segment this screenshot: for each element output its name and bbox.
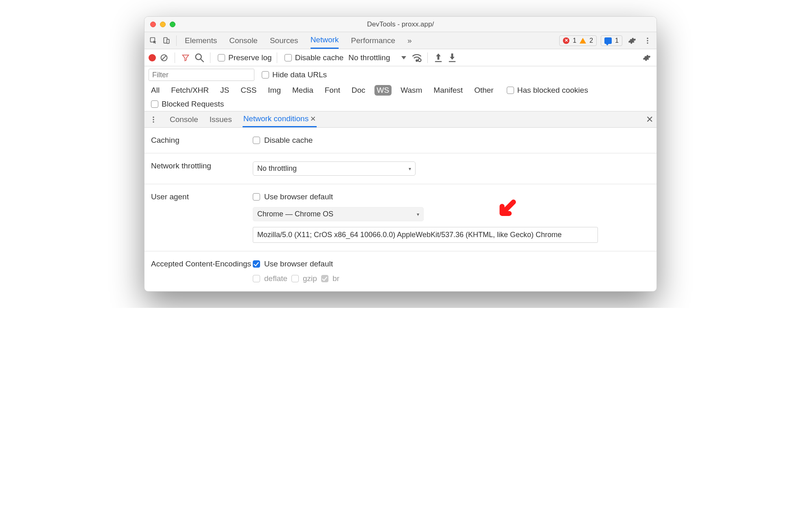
type-wasm[interactable]: Wasm	[398, 85, 425, 96]
settings-icon[interactable]	[626, 35, 638, 46]
type-font[interactable]: Font	[322, 85, 343, 96]
type-manifest[interactable]: Manifest	[431, 85, 465, 96]
enc-deflate-checkbox[interactable]: deflate	[253, 274, 287, 283]
type-media[interactable]: Media	[290, 85, 316, 96]
enc-gzip-label: gzip	[303, 274, 317, 283]
ua-string-input[interactable]	[253, 227, 598, 243]
throttling-label: Network throttling	[151, 161, 253, 170]
device-toggle-icon[interactable]	[161, 35, 172, 46]
hide-data-urls-checkbox[interactable]: Hide data URLs	[262, 70, 327, 79]
issues-counter[interactable]: ✕ 1 2	[559, 35, 597, 46]
close-drawer-icon[interactable]: ✕	[646, 114, 653, 125]
throttling-value: No throttling	[348, 53, 390, 62]
inspect-icon[interactable]	[148, 35, 159, 46]
row-caching: Caching Disable cache	[144, 128, 657, 153]
chevron-down-icon: ▾	[409, 166, 411, 172]
tab-console[interactable]: Console	[229, 33, 258, 48]
network-conditions-panel: Caching Disable cache Network throttling…	[144, 128, 657, 291]
svg-rect-2	[167, 39, 169, 43]
encodings-label: Accepted Content-Encodings	[151, 259, 253, 268]
enc-use-default-label: Use browser default	[264, 259, 333, 268]
filter-section: Hide data URLs All Fetch/XHR JS CSS Img …	[144, 66, 657, 111]
chevron-down-icon	[401, 56, 406, 59]
chevron-down-icon: ▾	[417, 211, 419, 217]
svg-point-8	[196, 54, 201, 59]
warning-count: 2	[589, 37, 593, 44]
type-doc[interactable]: Doc	[349, 85, 368, 96]
drawer-tab-issues[interactable]: Issues	[209, 112, 233, 127]
separator	[175, 52, 175, 63]
disable-cache-checkbox[interactable]: Disable cache	[285, 53, 344, 62]
preserve-log-label: Preserve log	[228, 53, 272, 62]
error-icon: ✕	[563, 37, 569, 44]
enc-gzip-checkbox[interactable]: gzip	[291, 274, 317, 283]
search-icon[interactable]	[194, 52, 205, 63]
throttling-selected-value: No throttling	[257, 164, 297, 173]
svg-point-14	[153, 116, 154, 118]
close-tab-icon[interactable]: ✕	[310, 115, 316, 123]
row-throttling: Network throttling No throttling ▾	[144, 153, 657, 184]
hide-data-urls-label: Hide data URLs	[272, 70, 327, 79]
filter-toggle-icon[interactable]	[180, 52, 191, 63]
message-count: 1	[615, 37, 619, 44]
main-toolbar: Elements Console Sources Network Perform…	[144, 32, 657, 49]
row-user-agent: User agent Use browser default Chrome — …	[144, 184, 657, 251]
svg-point-16	[153, 121, 154, 122]
enc-br-checkbox[interactable]: br	[321, 274, 339, 283]
enc-br-label: br	[333, 274, 339, 283]
svg-rect-13	[449, 61, 455, 62]
svg-point-5	[647, 42, 648, 44]
ua-select[interactable]: Chrome — Chrome OS ▾	[253, 207, 424, 221]
drawer-tab-network-conditions[interactable]: Network conditions ✕	[243, 111, 317, 127]
drawer-tab-console[interactable]: Console	[169, 112, 199, 127]
record-button[interactable]	[149, 54, 156, 61]
warning-icon	[580, 38, 586, 44]
caching-disable-label: Disable cache	[264, 136, 313, 145]
more-menu-icon[interactable]	[642, 35, 653, 46]
enc-use-default-checkbox[interactable]: Use browser default	[253, 259, 333, 268]
caching-disable-checkbox[interactable]: Disable cache	[253, 136, 313, 145]
tab-sources[interactable]: Sources	[270, 33, 298, 48]
svg-line-9	[201, 59, 204, 62]
type-css[interactable]: CSS	[238, 85, 259, 96]
network-settings-icon[interactable]	[641, 52, 652, 63]
caching-label: Caching	[151, 136, 253, 145]
has-blocked-cookies-checkbox[interactable]: Has blocked cookies	[507, 86, 588, 95]
throttling-select[interactable]: No throttling ▾	[253, 161, 416, 176]
ua-selected-value: Chrome — Chrome OS	[257, 210, 333, 218]
svg-point-10	[416, 60, 418, 61]
tab-performance[interactable]: Performance	[351, 33, 395, 48]
type-all[interactable]: All	[149, 85, 162, 96]
tab-elements[interactable]: Elements	[185, 33, 217, 48]
type-img[interactable]: Img	[265, 85, 283, 96]
upload-har-icon[interactable]	[433, 52, 444, 63]
type-js[interactable]: JS	[218, 85, 232, 96]
type-filters: All Fetch/XHR JS CSS Img Media Font Doc …	[149, 85, 652, 96]
tabs-overflow-icon[interactable]: »	[407, 33, 412, 48]
svg-rect-12	[435, 61, 442, 62]
type-fetchxhr[interactable]: Fetch/XHR	[169, 85, 211, 96]
download-har-icon[interactable]	[446, 52, 458, 63]
svg-line-7	[162, 56, 166, 60]
drawer-more-icon[interactable]	[148, 114, 159, 125]
preserve-log-checkbox[interactable]: Preserve log	[218, 53, 272, 62]
drawer-tab-label: Network conditions	[243, 114, 309, 123]
separator	[176, 35, 177, 46]
messages-counter[interactable]: 1	[601, 35, 622, 46]
tab-network[interactable]: Network	[311, 32, 339, 49]
blocked-requests-checkbox[interactable]: Blocked Requests	[151, 100, 652, 109]
ua-use-default-checkbox[interactable]: Use browser default	[253, 192, 333, 201]
filter-input[interactable]	[149, 69, 254, 81]
drawer-tabs: Console Issues Network conditions ✕ ✕	[144, 111, 657, 128]
row-encodings: Accepted Content-Encodings Use browser d…	[144, 251, 657, 286]
user-agent-label: User agent	[151, 192, 253, 201]
network-conditions-icon[interactable]	[411, 52, 422, 63]
window-title: DevTools - proxx.app/	[144, 20, 657, 28]
clear-icon[interactable]	[158, 52, 170, 63]
type-ws[interactable]: WS	[374, 85, 392, 96]
type-other[interactable]: Other	[472, 85, 496, 96]
blocked-requests-label: Blocked Requests	[162, 100, 224, 109]
main-tabs: Elements Console Sources Network Perform…	[185, 32, 412, 49]
throttling-select[interactable]: No throttling	[348, 53, 406, 62]
ua-use-default-label: Use browser default	[264, 192, 333, 201]
